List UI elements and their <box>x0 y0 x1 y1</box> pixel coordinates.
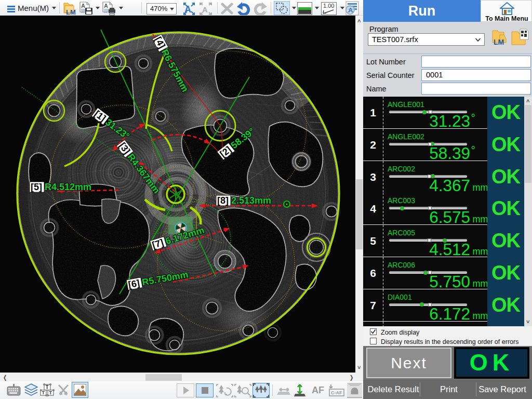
svg-text:A: A <box>348 6 353 14</box>
svg-text:T: T <box>49 390 52 395</box>
svg-text:A: A <box>104 3 108 9</box>
svg-text:A: A <box>81 3 85 9</box>
svg-text:[5]: [5] <box>31 182 42 192</box>
svg-text:A: A <box>202 5 208 14</box>
svg-text:R4.512mm: R4.512mm <box>45 182 91 192</box>
svg-text:T: T <box>42 390 45 395</box>
svg-text:T: T <box>46 384 49 390</box>
svg-text:C-AF: C-AF <box>331 390 342 395</box>
svg-text:LM: LM <box>494 38 504 46</box>
svg-text:[6]: [6] <box>127 278 140 290</box>
svg-text:LM: LM <box>66 8 76 16</box>
svg-text:2.513mm: 2.513mm <box>231 195 271 206</box>
svg-text:[8]: [8] <box>217 195 229 206</box>
